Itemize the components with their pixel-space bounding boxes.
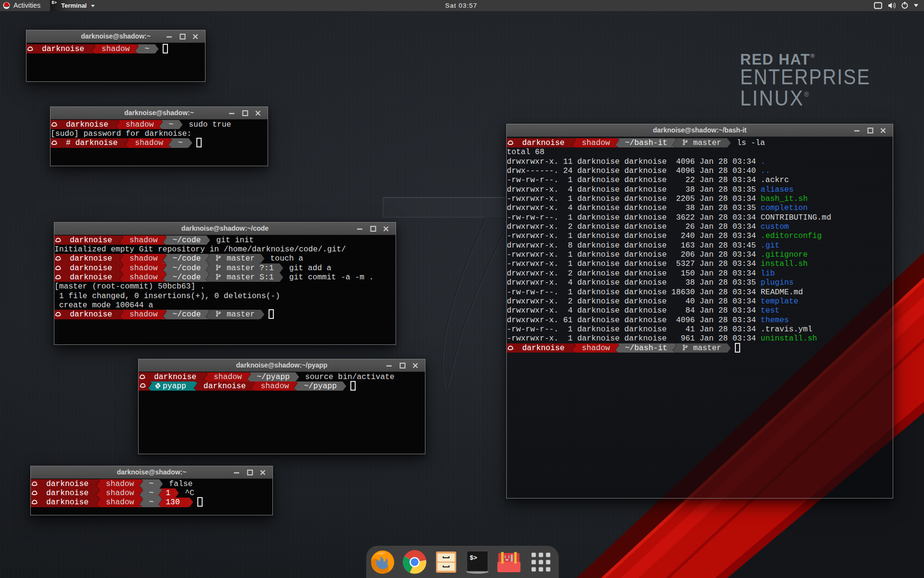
svg-text:$>: $> bbox=[470, 554, 477, 562]
